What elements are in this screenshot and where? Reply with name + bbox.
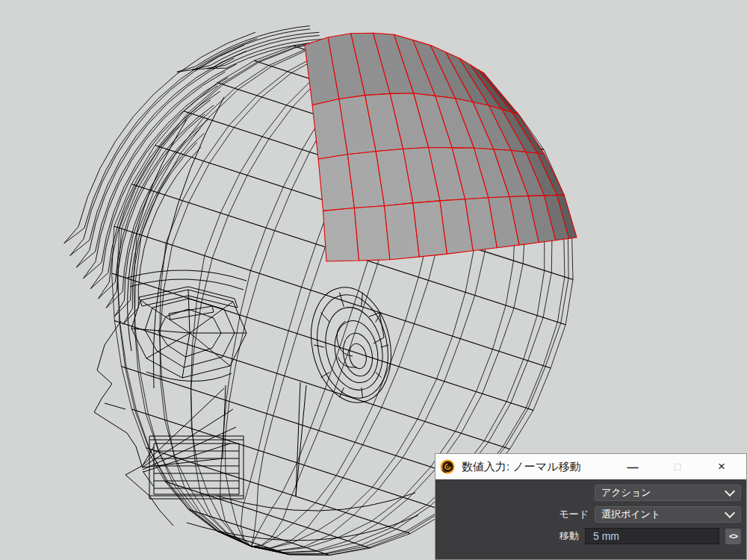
maximize-button[interactable]: □ [665,454,690,479]
dialog-title: 数値入力: ノーマル移動 [462,460,580,474]
metasequoia-icon [440,459,455,474]
move-row: 移動 <> [560,528,741,544]
unit-swap-button[interactable]: <> [725,529,741,544]
move-label: 移動 [560,529,579,543]
close-button[interactable]: × [709,454,734,479]
mode-dropdown[interactable]: 選択ポイント [595,506,741,523]
mode-dropdown-value: 選択ポイント [601,508,726,521]
move-value-input[interactable] [585,528,719,544]
mode-label: モード [559,508,589,521]
action-row: アクション [595,485,741,501]
minimize-button[interactable]: — [620,454,645,479]
action-dropdown-value: アクション [601,486,726,500]
chevron-down-icon [725,508,735,518]
mode-row: モード 選択ポイント [559,506,741,523]
dialog-titlebar[interactable]: 数値入力: ノーマル移動 — □ × [436,454,746,479]
app-window: 数値入力: ノーマル移動 — □ × アクション モード 選択ポイント 移動 [0,0,747,560]
numeric-input-dialog: 数値入力: ノーマル移動 — □ × アクション モード 選択ポイント 移動 [435,453,747,560]
action-dropdown[interactable]: アクション [595,485,741,501]
chevron-down-icon [725,486,735,497]
dialog-body: アクション モード 選択ポイント 移動 <> [436,479,746,559]
